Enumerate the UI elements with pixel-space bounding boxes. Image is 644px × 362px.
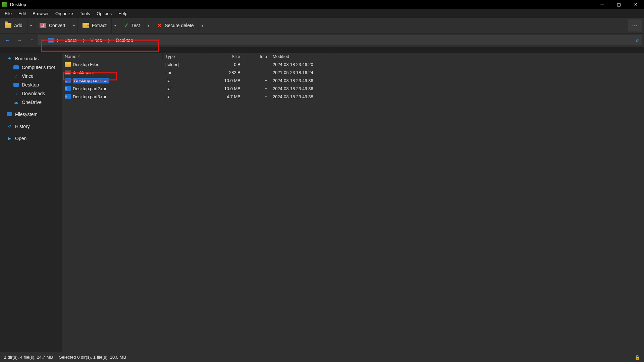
ini-icon bbox=[65, 70, 71, 75]
file-name: Desktop Files bbox=[73, 62, 99, 67]
convert-icon bbox=[40, 23, 46, 28]
convert-label: Convert bbox=[49, 23, 65, 28]
file-type: [folder] bbox=[163, 62, 203, 67]
sidebar-item-label: Vince bbox=[22, 73, 34, 79]
up-button[interactable]: ↑ bbox=[26, 35, 38, 45]
sidebar-open[interactable]: ▶ Open bbox=[0, 134, 62, 143]
sidebar-item-computers-root[interactable]: Computer's root bbox=[0, 63, 62, 72]
file-row[interactable]: Desktop.part2.rar.rar10.0 MB+2024-08-18 … bbox=[62, 84, 644, 93]
overflow-button[interactable]: ⋯ bbox=[628, 19, 642, 32]
file-row[interactable]: Desktop.part3.rar.rar4.7 MB+2024-08-18 2… bbox=[62, 93, 644, 101]
menu-edit[interactable]: Edit bbox=[15, 10, 29, 17]
chevron-right-icon[interactable]: ❯ bbox=[81, 37, 87, 44]
menu-browser[interactable]: Browser bbox=[29, 10, 52, 17]
menu-tools[interactable]: Tools bbox=[76, 10, 93, 17]
rar-icon bbox=[65, 86, 71, 91]
title-bar: Desktop ─ ▢ ✕ bbox=[0, 0, 644, 9]
maximize-button[interactable]: ▢ bbox=[610, 0, 627, 9]
x-icon: ✕ bbox=[157, 22, 162, 29]
file-type: .rar bbox=[163, 94, 203, 99]
crumb-users[interactable]: Users bbox=[61, 36, 80, 44]
home-icon: ⌂ bbox=[13, 73, 19, 79]
sidebar-item-vince[interactable]: ⌂ Vince bbox=[0, 72, 62, 80]
sidebar-item-downloads[interactable]: ↓ Downloads bbox=[0, 89, 62, 98]
convert-dropdown[interactable]: ▾ bbox=[70, 18, 77, 33]
folder-icon bbox=[5, 23, 11, 28]
menu-options[interactable]: Options bbox=[93, 10, 115, 17]
convert-button[interactable]: Convert bbox=[35, 18, 70, 33]
col-size[interactable]: Size bbox=[203, 53, 243, 60]
file-type: .rar bbox=[163, 86, 203, 91]
breadcrumb[interactable]: ▾ ❯ Users ❯ Vince ❯ Desktop ⌕ bbox=[38, 35, 642, 45]
open-label: Open bbox=[15, 136, 26, 141]
file-size: 0 B bbox=[203, 62, 243, 67]
lock-icon: 🔓 bbox=[635, 355, 640, 360]
menu-organize[interactable]: Organize bbox=[52, 10, 76, 17]
sort-indicator-icon: < bbox=[78, 55, 80, 58]
sidebar-history[interactable]: ⟲ History bbox=[0, 122, 62, 131]
col-type[interactable]: Type bbox=[163, 53, 203, 60]
file-list: Name < Type Size Info Modified Desktop F… bbox=[62, 53, 644, 352]
col-name-label: Name bbox=[65, 54, 76, 59]
add-button[interactable]: Add bbox=[0, 18, 27, 33]
filesystem-icon bbox=[7, 112, 12, 116]
sidebar-item-label: Computer's root bbox=[22, 65, 55, 70]
menu-help[interactable]: Help bbox=[115, 10, 131, 17]
test-dropdown[interactable]: ▾ bbox=[145, 18, 152, 33]
extract-button[interactable]: Extract bbox=[78, 18, 111, 33]
column-headers: Name < Type Size Info Modified bbox=[62, 53, 644, 60]
secure-delete-dropdown[interactable]: ▾ bbox=[199, 18, 206, 33]
crumb-vince[interactable]: Vince bbox=[87, 36, 106, 44]
test-label: Test bbox=[131, 23, 140, 28]
sidebar-bookmarks[interactable]: ★ Bookmarks bbox=[0, 54, 62, 63]
col-name[interactable]: Name < bbox=[62, 53, 163, 60]
secure-delete-button[interactable]: ✕ Secure delete bbox=[152, 18, 198, 33]
forward-button[interactable]: → bbox=[14, 35, 25, 45]
sidebar-item-desktop[interactable]: Desktop bbox=[0, 80, 62, 89]
close-button[interactable]: ✕ bbox=[627, 0, 644, 9]
crumb-desktop[interactable]: Desktop bbox=[112, 36, 136, 44]
desktop-icon bbox=[13, 83, 19, 87]
chevron-right-icon[interactable]: ❯ bbox=[55, 37, 60, 44]
test-button[interactable]: ✓ Test bbox=[119, 18, 145, 33]
file-row[interactable]: Desktop.part1.rar.rar10.0 MB+2024-08-18 … bbox=[62, 76, 644, 84]
status-selection: Selected 0 dir(s), 1 file(s), 10.0 MB bbox=[59, 355, 126, 360]
file-type: .ini bbox=[163, 70, 203, 75]
file-modified: 2021-05-23 18:16:24 bbox=[270, 70, 330, 75]
rar-icon bbox=[65, 94, 71, 99]
extract-label: Extract bbox=[92, 23, 107, 28]
file-size: 10.0 MB bbox=[203, 86, 243, 91]
drive-icon[interactable] bbox=[48, 38, 54, 43]
extract-icon bbox=[83, 23, 89, 28]
file-row[interactable]: desktop.ini.ini282 B2021-05-23 18:16:24 bbox=[62, 68, 644, 76]
file-name: desktop.ini bbox=[73, 70, 94, 75]
filesystem-label: Filesystem bbox=[15, 112, 38, 117]
sidebar-filesystem[interactable]: Filesystem bbox=[0, 110, 62, 119]
file-size: 10.0 MB bbox=[203, 78, 243, 83]
file-type: .rar bbox=[163, 78, 203, 83]
chevron-right-icon[interactable]: ❯ bbox=[106, 37, 112, 44]
play-icon: ▶ bbox=[7, 136, 12, 141]
col-modified[interactable]: Modified bbox=[270, 53, 330, 60]
bookmarks-label: Bookmarks bbox=[15, 56, 39, 61]
file-row[interactable]: Desktop Files[folder]0 B2024-08-18 23:46… bbox=[62, 60, 644, 68]
star-icon: ★ bbox=[7, 56, 12, 61]
navigation-row: ← → ↑ ▾ ❯ Users ❯ Vince ❯ Desktop ⌕ bbox=[0, 34, 644, 47]
back-button[interactable]: ← bbox=[2, 35, 13, 45]
breadcrumb-history-dropdown[interactable]: ▾ bbox=[40, 39, 46, 42]
toolbar: Add ▾ Convert ▾ Extract ▾ ✓ Test ▾ ✕ Sec… bbox=[0, 18, 644, 33]
add-dropdown[interactable]: ▾ bbox=[27, 18, 35, 33]
sidebar-item-label: OneDrive bbox=[22, 100, 42, 105]
extract-dropdown[interactable]: ▾ bbox=[111, 18, 119, 33]
file-size: 282 B bbox=[203, 70, 243, 75]
minimize-button[interactable]: ─ bbox=[594, 0, 610, 9]
menu-file[interactable]: File bbox=[1, 10, 15, 17]
download-icon: ↓ bbox=[13, 91, 19, 96]
cloud-icon: ☁ bbox=[13, 100, 19, 105]
file-info: + bbox=[243, 78, 270, 83]
search-icon[interactable]: ⌕ bbox=[636, 37, 639, 43]
status-summary: 1 dir(s), 4 file(s), 24.7 MB bbox=[4, 355, 53, 360]
add-label: Add bbox=[14, 23, 22, 28]
sidebar-item-onedrive[interactable]: ☁ OneDrive bbox=[0, 98, 62, 107]
col-info[interactable]: Info bbox=[243, 53, 270, 60]
